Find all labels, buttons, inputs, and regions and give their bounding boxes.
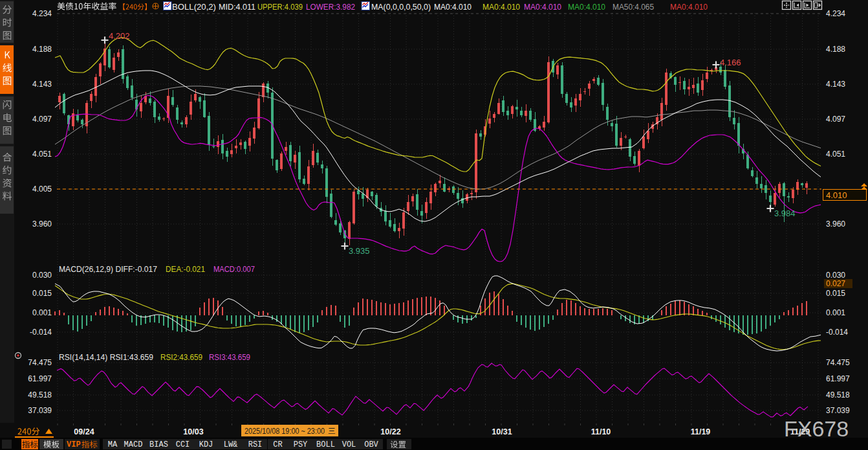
svg-text:4.143: 4.143 — [826, 80, 845, 89]
svg-text:11/10: 11/10 — [591, 427, 611, 436]
svg-text:LOWER:3.982: LOWER:3.982 — [306, 2, 355, 12]
svg-text:0.001: 0.001 — [826, 308, 845, 317]
svg-text:74.475: 74.475 — [826, 358, 850, 367]
svg-text:MACD:0.007: MACD:0.007 — [213, 264, 255, 274]
svg-text:0.030: 0.030 — [826, 271, 845, 280]
svg-text:0.015: 0.015 — [826, 289, 845, 298]
svg-text:PSY: PSY — [294, 440, 308, 449]
svg-text:4.234: 4.234 — [32, 9, 52, 18]
svg-text:RSI3:43.659: RSI3:43.659 — [209, 352, 250, 362]
svg-text:4.051: 4.051 — [32, 150, 52, 159]
svg-text:10/22: 10/22 — [380, 427, 400, 436]
svg-text:61.997: 61.997 — [28, 374, 52, 383]
svg-text:4.010: 4.010 — [826, 190, 847, 200]
svg-text:DEA:-0.021: DEA:-0.021 — [166, 264, 205, 274]
svg-text:MA0:4.010: MA0:4.010 — [568, 2, 605, 12]
svg-text:MA0:4.010: MA0:4.010 — [434, 2, 472, 12]
svg-text:MACD(26,12,9) DIFF:-0.017: MACD(26,12,9) DIFF:-0.017 — [59, 264, 157, 274]
svg-text:VIP: VIP — [67, 440, 81, 449]
svg-text:49.518: 49.518 — [28, 390, 52, 399]
svg-text:MA50:4.065: MA50:4.065 — [613, 2, 654, 12]
svg-text:BOLL(20,2): BOLL(20,2) — [172, 2, 216, 12]
svg-text:4.051: 4.051 — [826, 150, 845, 159]
svg-text:0.030: 0.030 — [32, 271, 52, 280]
svg-text:-0.014: -0.014 — [826, 328, 848, 337]
svg-text:UPPER:4.039: UPPER:4.039 — [257, 2, 303, 12]
svg-text:CR: CR — [273, 440, 282, 449]
svg-text:4.188: 4.188 — [32, 45, 52, 54]
svg-text:3.960: 3.960 — [826, 219, 845, 229]
svg-text:3.960: 3.960 — [32, 219, 52, 229]
svg-text:0.027: 0.027 — [826, 279, 845, 288]
svg-text:10/31: 10/31 — [492, 427, 512, 436]
svg-text:11/19: 11/19 — [691, 427, 711, 436]
svg-text:MA(0,0,0,0,50,0): MA(0,0,0,0,50,0) — [371, 2, 431, 12]
svg-text:4.188: 4.188 — [826, 45, 845, 54]
svg-text:10/03: 10/03 — [183, 427, 203, 436]
svg-text:49.518: 49.518 — [826, 390, 850, 399]
svg-text:3.935: 3.935 — [349, 246, 370, 256]
svg-text:OBV: OBV — [364, 440, 378, 449]
svg-text:4.202: 4.202 — [109, 31, 130, 41]
svg-text:74.475: 74.475 — [28, 358, 52, 367]
svg-text:RSI: RSI — [248, 440, 263, 449]
svg-text:4.097: 4.097 — [826, 115, 845, 124]
svg-text:MA0:4.010: MA0:4.010 — [483, 2, 520, 12]
svg-text:KDJ: KDJ — [199, 440, 213, 449]
svg-text:37.039: 37.039 — [826, 406, 850, 415]
svg-text:MA0:4.010: MA0:4.010 — [670, 2, 708, 12]
svg-text:37.039: 37.039 — [28, 406, 52, 415]
svg-text:0.001: 0.001 — [32, 308, 52, 317]
svg-text:FX678: FX678 — [784, 416, 849, 441]
svg-text:4.005: 4.005 — [32, 185, 52, 194]
svg-text:3.984: 3.984 — [774, 208, 796, 218]
svg-text:2025/10/08 19:00 ~ 23:00: 2025/10/08 19:00 ~ 23:00 — [244, 427, 325, 436]
svg-text:BOLL: BOLL — [316, 440, 335, 449]
svg-text:VOL: VOL — [342, 440, 356, 449]
svg-text:RSI2:43.659: RSI2:43.659 — [160, 352, 202, 362]
svg-text:RSI(14,14,14) RSI1:43.659: RSI(14,14,14) RSI1:43.659 — [59, 352, 153, 362]
svg-text:4.166: 4.166 — [720, 58, 741, 67]
svg-text:MID:4.011: MID:4.011 — [219, 2, 255, 12]
svg-text:MA: MA — [108, 440, 118, 449]
svg-text:MACD: MACD — [124, 440, 143, 449]
svg-text:-0.014: -0.014 — [30, 328, 52, 337]
svg-text:4.143: 4.143 — [32, 80, 52, 89]
svg-text:4.234: 4.234 — [826, 9, 845, 18]
svg-text:BIAS: BIAS — [149, 440, 168, 449]
svg-text:CCI: CCI — [176, 440, 190, 449]
svg-text:4.097: 4.097 — [32, 115, 52, 124]
svg-text:LW&: LW& — [224, 440, 238, 449]
svg-text:0.015: 0.015 — [32, 289, 52, 298]
svg-text:09/24: 09/24 — [74, 427, 94, 436]
svg-text:MA0:4.010: MA0:4.010 — [524, 2, 561, 12]
svg-text:61.997: 61.997 — [826, 374, 850, 383]
